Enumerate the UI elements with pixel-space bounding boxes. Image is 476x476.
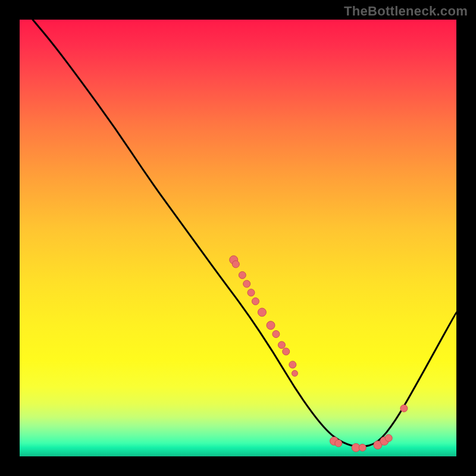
curve-marker bbox=[289, 361, 296, 368]
curve-marker bbox=[273, 331, 280, 338]
chart-frame: TheBottleneck.com bbox=[0, 0, 476, 476]
curve-marker bbox=[292, 371, 298, 377]
curve-markers bbox=[230, 256, 408, 452]
curve-marker bbox=[243, 280, 250, 287]
curve-marker bbox=[335, 440, 342, 447]
curve-marker bbox=[248, 289, 255, 296]
curve-marker bbox=[267, 321, 275, 330]
curve-marker bbox=[385, 434, 392, 441]
curve-marker bbox=[232, 261, 239, 268]
bottleneck-curve bbox=[33, 20, 456, 447]
curve-marker bbox=[258, 308, 266, 317]
watermark-text: TheBottleneck.com bbox=[344, 4, 468, 19]
curve-marker bbox=[359, 444, 366, 451]
curve-marker bbox=[400, 405, 408, 412]
curve-marker bbox=[252, 298, 259, 305]
curve-marker bbox=[278, 342, 285, 349]
curve-marker bbox=[239, 271, 246, 278]
curve-marker bbox=[283, 348, 290, 355]
bottleneck-curve-svg bbox=[20, 20, 456, 456]
